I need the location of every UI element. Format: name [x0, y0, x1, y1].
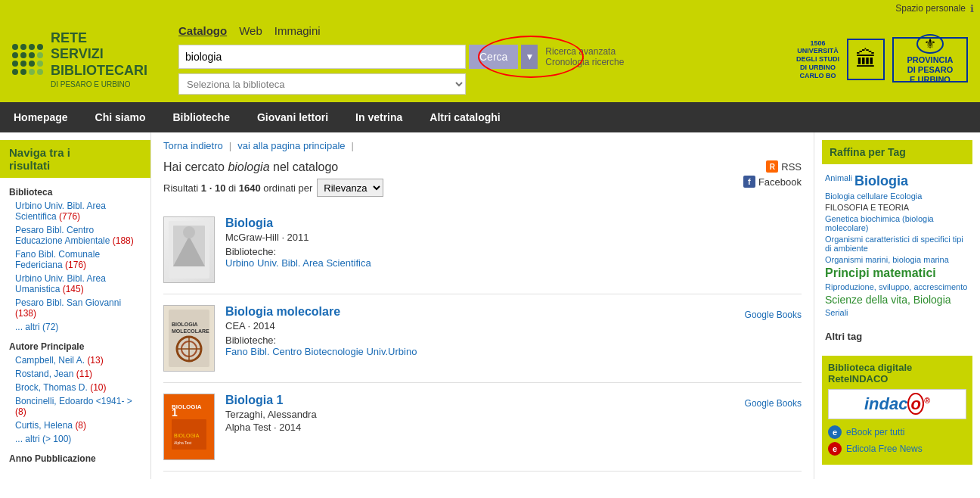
logo-dot: [20, 44, 26, 50]
search-row: Cerca ▼ Ricerca avanzata Cronologia rice…: [178, 45, 781, 69]
svg-text:BIOLOGIA: BIOLOGIA: [174, 433, 200, 438]
results-row: Risultati 1 · 10 di 1640 ordinati per Ri…: [163, 179, 383, 197]
logo-area: RETESERVIZIBIBLIOTECARI DI PESARO E URBI…: [12, 30, 163, 89]
tag[interactable]: Organismi marini, biologia marina: [825, 255, 949, 264]
logo-text-area: RETESERVIZIBIBLIOTECARI DI PESARO E URBI…: [51, 30, 147, 89]
main-page-link[interactable]: vai alla pagina principale: [237, 140, 345, 151]
search-links: Ricerca avanzata Cronologia ricerche: [545, 46, 624, 67]
tag[interactable]: Biologia: [854, 173, 908, 189]
sidebar-link[interactable]: Urbino Univ. Bibl. Area Scientifica (776…: [0, 199, 150, 223]
province-text: PROVINCIADI PESAROE URBINO: [907, 55, 953, 86]
google-books-link[interactable]: Google Books: [745, 310, 802, 320]
nav-biblioteche[interactable]: Biblioteche: [159, 102, 243, 132]
tag[interactable]: Organismi caratteristici di specifici ti…: [825, 235, 969, 253]
logo-dot: [12, 69, 18, 75]
rss-label: RSS: [781, 161, 802, 173]
sidebar-section-biblioteca: Biblioteca: [0, 184, 150, 199]
tag-box-title: Raffina per Tag: [822, 140, 972, 164]
tag[interactable]: Principi matematici: [825, 266, 936, 280]
search-result-heading: Hai cercato biologia nel catalogo: [163, 160, 383, 174]
tag[interactable]: FILOSOFIA E TEORIA: [825, 203, 909, 212]
advanced-search-link[interactable]: Ricerca avanzata: [545, 46, 624, 57]
more-tags[interactable]: Altri tag: [822, 328, 972, 345]
tag[interactable]: Riproduzione, sviluppo, accrescimento: [825, 282, 967, 291]
search-input[interactable]: [178, 45, 466, 69]
nav-in-vetrina[interactable]: In vetrina: [342, 102, 416, 132]
nav-chi-siamo[interactable]: Chi siamo: [82, 102, 160, 132]
book-cover-svg: BIOLOGIA MOLECOLARE: [169, 310, 209, 367]
book-title[interactable]: Biologia molecolare: [225, 305, 802, 319]
search-button[interactable]: Cerca: [469, 45, 518, 69]
logo-dot: [37, 69, 43, 75]
book-info: Biologia McGraw-Hill · 2011 Biblioteche:…: [225, 216, 802, 269]
edicola-link[interactable]: e Edicola Free News: [828, 442, 966, 456]
library-link[interactable]: Fano Bibl. Centro Biotecnologie Univ.Urb…: [225, 346, 417, 357]
sidebar-more-autore[interactable]: ... altri (> 100): [0, 432, 150, 446]
nav-homepage[interactable]: Homepage: [0, 102, 82, 132]
book-libraries: Biblioteche: Urbino Univ. Bibl. Area Sci…: [225, 246, 802, 269]
sidebar-section-anno: Anno Pubblicazione: [0, 450, 150, 465]
sidebar-link[interactable]: Brock, Thomas D. (10): [0, 381, 150, 394]
tab-web[interactable]: Web: [239, 24, 262, 37]
logo-title: RETESERVIZIBIBLIOTECARI: [51, 30, 147, 79]
search-history-link[interactable]: Cronologia ricerche: [545, 57, 624, 67]
logo-dot: [12, 44, 18, 50]
tag-cloud: Animali Biologia Biologia cellulare Ecol…: [822, 170, 972, 320]
tag[interactable]: Seriali: [825, 308, 848, 317]
social-links: R RSS f Facebook: [743, 160, 802, 188]
search-tabs: Catalogo Web Immagini: [178, 24, 781, 37]
sort-select[interactable]: Rilevanza: [317, 179, 383, 197]
tag[interactable]: Genetica biochimica (biologia molecolare…: [825, 214, 969, 232]
library-select[interactable]: Seleziona la biblioteca: [178, 73, 466, 95]
indaco-box: Biblioteca digitaleReteINDACO indaco® e …: [822, 356, 972, 465]
sidebar-link[interactable]: Fano Bibl. Comunale Federiciana (176): [0, 247, 150, 272]
logo-dot: [20, 61, 26, 67]
indaco-title: Biblioteca digitaleReteINDACO: [828, 362, 966, 384]
search-dropdown-button[interactable]: ▼: [521, 45, 538, 69]
google-books-link[interactable]: Google Books: [745, 398, 802, 409]
sidebar-more-biblioteca[interactable]: ... altri (72): [0, 320, 150, 334]
nav-giovani-lettori[interactable]: Giovani lettori: [243, 102, 342, 132]
tag[interactable]: Animali: [825, 173, 852, 189]
results-text: Risultati 1 · 10 di 1640 ordinati per: [163, 182, 312, 194]
ebook-link[interactable]: e eBook per tutti: [828, 425, 966, 439]
edicola-icon: e: [828, 442, 842, 456]
tab-immagini[interactable]: Immagini: [274, 24, 321, 37]
book-cover-svg: BIOLOGIA 1 BIOLOGIA Alpha Test: [169, 398, 209, 456]
sidebar-link[interactable]: Curtis, Helena (8): [0, 419, 150, 432]
sidebar-link[interactable]: Campbell, Neil A. (13): [0, 353, 150, 367]
back-link[interactable]: Torna indietro: [163, 140, 223, 151]
book-meta: CEA · 2014: [225, 320, 802, 331]
logo-dot: [37, 52, 43, 58]
book-title[interactable]: Biologia: [225, 216, 802, 230]
sidebar-link[interactable]: Pesaro Bibl. San Giovanni (138): [0, 296, 150, 320]
logo-dots: [12, 44, 43, 75]
sidebar-link[interactable]: Urbino Univ. Bibl. Area Umanistica (145): [0, 272, 150, 296]
sidebar-link[interactable]: Rostand, Jean (11): [0, 367, 150, 381]
edicola-label: Edicola Free News: [846, 444, 923, 454]
tag[interactable]: Scienze della vita, Biologia: [825, 294, 951, 306]
book-info: Biologia 1 Terzaghi, Alessandra Alpha Te…: [225, 394, 802, 433]
library-link[interactable]: Urbino Univ. Bibl. Area Scientifica: [225, 257, 371, 269]
svg-point-3: [183, 226, 195, 238]
sidebar-link[interactable]: Boncinelli, Edoardo <1941- > (8): [0, 394, 150, 419]
indaco-logo: indaco®: [828, 389, 966, 419]
logo-dot: [12, 61, 18, 67]
svg-text:MOLECOLARE: MOLECOLARE: [172, 328, 209, 334]
svg-text:BIOLOGIA: BIOLOGIA: [172, 322, 198, 327]
sidebar-title: Naviga tra irisultati: [0, 140, 150, 178]
logo-dot: [37, 61, 43, 67]
facebook-link[interactable]: f Facebook: [743, 176, 802, 188]
book-title[interactable]: Biologia 1: [225, 394, 802, 407]
facebook-label: Facebook: [758, 176, 802, 188]
tag[interactable]: Biologia cellulare: [825, 191, 888, 201]
rss-link[interactable]: R RSS: [766, 160, 802, 173]
nav-altri-cataloghi[interactable]: Altri cataloghi: [416, 102, 513, 132]
tab-catalogo[interactable]: Catalogo: [178, 24, 227, 37]
sidebar-link[interactable]: Pesaro Bibl. Centro Educazione Ambiental…: [0, 223, 150, 247]
university-logo: 1506UNIVERSITÀDEGLI STUDIDI URBINOCARLO …: [796, 39, 839, 80]
tag[interactable]: Ecologia: [890, 191, 922, 201]
left-sidebar: Naviga tra irisultati Biblioteca Urbino …: [0, 132, 151, 479]
logo-dot: [29, 69, 35, 75]
book-cover: BIOLOGIA 1 BIOLOGIA Alpha Test: [163, 394, 215, 460]
